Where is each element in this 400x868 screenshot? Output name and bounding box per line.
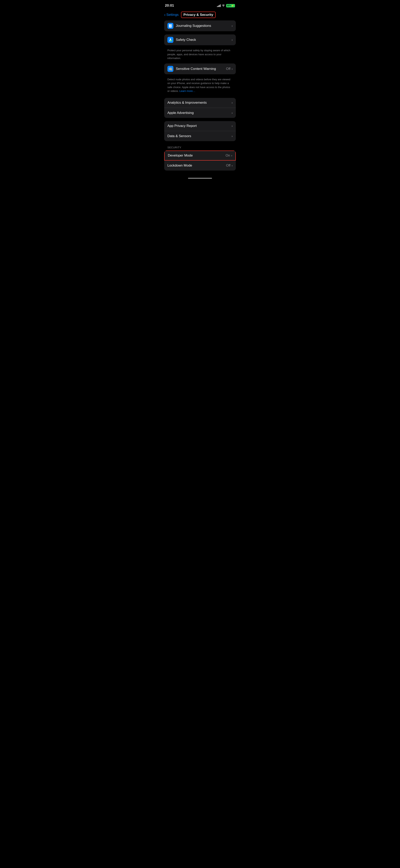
- lockdown-mode-row[interactable]: Lockdown Mode Off ›: [164, 160, 236, 170]
- status-bar: 20:01 97+ ⚡: [161, 0, 239, 10]
- signal-icon: [217, 4, 221, 7]
- journaling-icon: [167, 23, 173, 29]
- sensitive-content-group: Sensitive Content Warning Off ›: [164, 63, 236, 74]
- safety-check-group: Safety Check ›: [164, 34, 236, 45]
- sensitive-content-icon: [167, 66, 173, 72]
- sensitive-content-description: Detect nude photos and videos before the…: [164, 76, 236, 96]
- svg-point-2: [170, 40, 172, 41]
- lockdown-mode-value: Off: [226, 163, 230, 167]
- safety-check-icon: [167, 37, 173, 43]
- status-time: 20:01: [165, 4, 174, 8]
- svg-point-1: [170, 38, 171, 40]
- analytics-advertising-group: Analytics & Improvements › Apple Adverti…: [164, 98, 236, 118]
- back-button[interactable]: ‹ Settings: [164, 12, 178, 17]
- apple-advertising-label: Apple Advertising: [167, 111, 232, 115]
- analytics-chevron-icon: ›: [232, 101, 233, 104]
- battery-icon: 97+ ⚡: [226, 4, 235, 7]
- journaling-label: Journaling Suggestions: [176, 24, 232, 28]
- apple-advertising-row[interactable]: Apple Advertising ›: [164, 108, 236, 118]
- developer-mode-row[interactable]: Developer Mode On ›: [164, 151, 236, 160]
- safety-check-description: Protect your personal safety by staying …: [164, 47, 236, 63]
- journaling-suggestions-row[interactable]: Journaling Suggestions ›: [164, 21, 236, 31]
- sensitive-content-label: Sensitive Content Warning: [176, 67, 226, 71]
- developer-mode-chevron-icon: ›: [231, 154, 232, 157]
- security-group: Developer Mode On › Lockdown Mode Off ›: [164, 151, 236, 170]
- safety-check-row[interactable]: Safety Check ›: [164, 34, 236, 45]
- settings-content: Journaling Suggestions › Safety Check › …: [161, 21, 239, 170]
- page-title: Privacy & Security: [181, 11, 215, 18]
- data-sensors-row[interactable]: Data & Sensors ›: [164, 131, 236, 141]
- security-section-header: SECURITY: [164, 143, 236, 151]
- sensitive-content-value: Off: [226, 67, 230, 71]
- back-label: Settings: [166, 13, 178, 17]
- app-privacy-report-chevron-icon: ›: [232, 124, 233, 127]
- home-bar: [188, 178, 212, 179]
- privacy-data-group: App Privacy Report › Data & Sensors ›: [164, 121, 236, 141]
- journaling-group: Journaling Suggestions ›: [164, 21, 236, 31]
- safety-check-chevron-icon: ›: [232, 38, 233, 41]
- data-sensors-chevron-icon: ›: [232, 134, 233, 138]
- data-sensors-label: Data & Sensors: [167, 134, 232, 138]
- wifi-icon: [222, 4, 225, 7]
- sensitive-content-chevron-icon: ›: [232, 67, 233, 70]
- analytics-improvements-row[interactable]: Analytics & Improvements ›: [164, 98, 236, 108]
- nav-bar: ‹ Settings Privacy & Security: [161, 10, 239, 21]
- safety-check-label: Safety Check: [176, 38, 232, 42]
- app-privacy-report-label: App Privacy Report: [167, 124, 232, 128]
- home-indicator: [161, 175, 239, 180]
- learn-more-link[interactable]: Learn more…: [179, 90, 195, 92]
- back-chevron-icon: ‹: [164, 12, 166, 17]
- journaling-chevron-icon: ›: [232, 24, 233, 27]
- analytics-label: Analytics & Improvements: [167, 101, 232, 105]
- apple-advertising-chevron-icon: ›: [232, 111, 233, 115]
- app-privacy-report-row[interactable]: App Privacy Report ›: [164, 121, 236, 131]
- sensitive-content-row[interactable]: Sensitive Content Warning Off ›: [164, 63, 236, 74]
- lockdown-mode-label: Lockdown Mode: [167, 163, 226, 167]
- developer-mode-value: On: [226, 154, 230, 158]
- status-icons: 97+ ⚡: [217, 4, 235, 7]
- developer-mode-label: Developer Mode: [168, 154, 226, 158]
- lockdown-mode-chevron-icon: ›: [232, 164, 233, 167]
